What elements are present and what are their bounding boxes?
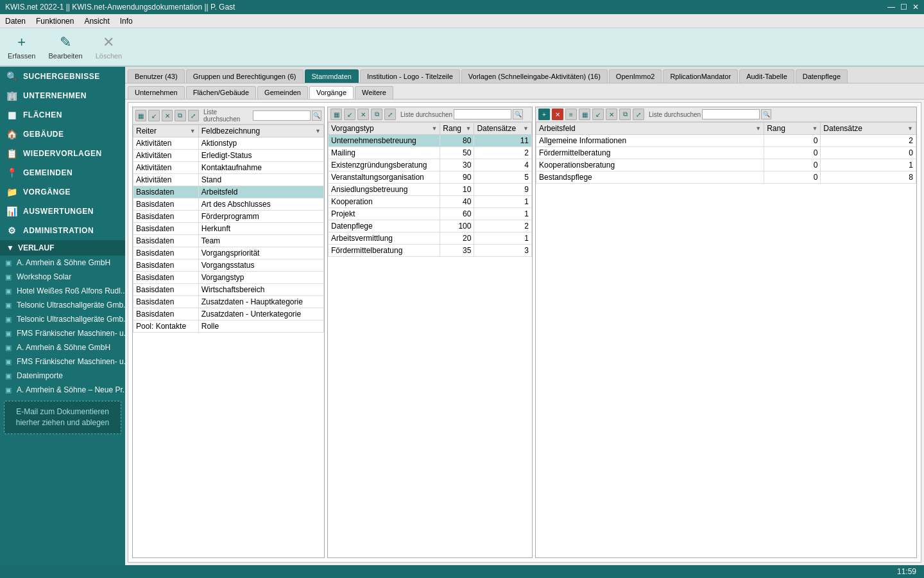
sub-tab-gemeinden[interactable]: Gemeinden bbox=[257, 86, 308, 99]
minimize-button[interactable]: — bbox=[887, 3, 895, 12]
panel3-btn3[interactable]: ≡ bbox=[565, 109, 577, 120]
verlauf-icon-1: ▣ bbox=[5, 273, 13, 281]
panel1-row-5[interactable]: BasisdatenArt des Abschlusses bbox=[133, 198, 324, 211]
sidebar-item-unternehmen[interactable]: 🏢UNTERNEHMEN bbox=[0, 86, 125, 105]
verlauf-item-7[interactable]: ▣FMS Fränkischer Maschinen- u... bbox=[0, 355, 125, 369]
panel2-row-3[interactable]: Veranstaltungsorganisation905 bbox=[329, 171, 532, 184]
panel2-row-9[interactable]: Fördermittelberatung353 bbox=[329, 245, 532, 257]
panel1-row-11[interactable]: BasisdatenVorgangstyp bbox=[133, 272, 324, 284]
sidebar-item-gemeinden[interactable]: 📍GEMEINDEN bbox=[0, 163, 125, 182]
verlauf-item-2[interactable]: ▣Hotel Weißes Roß Alfons Rudl... bbox=[0, 284, 125, 298]
panel1-row-4[interactable]: BasisdatenArbeitsfeld bbox=[133, 186, 324, 198]
panel1-row-8[interactable]: BasisdatenTeam bbox=[133, 235, 324, 247]
maximize-button[interactable]: ☐ bbox=[900, 3, 907, 12]
panel2-row-0[interactable]: Unternehmensbetreuung8011 bbox=[329, 135, 532, 147]
panel1-btn4[interactable]: ⧉ bbox=[175, 110, 185, 121]
sidebar-item-wiedervorlagen[interactable]: 📋WIEDERVORLAGEN bbox=[0, 144, 125, 163]
panel2-search-input[interactable] bbox=[454, 109, 511, 119]
loeschen-button[interactable]: ✕ Löschen bbox=[96, 34, 123, 60]
panel2-btn3[interactable]: ✕ bbox=[357, 109, 369, 120]
close-button[interactable]: ✕ bbox=[912, 3, 919, 12]
panel3-btn5[interactable]: ↙ bbox=[592, 109, 604, 120]
panel1-row-0[interactable]: AktivitätenAktionstyp bbox=[133, 137, 324, 150]
top-tab-datenpflege[interactable]: Datenpflege bbox=[796, 69, 848, 83]
panel1-search-button[interactable]: 🔍 bbox=[312, 110, 321, 121]
panel1-row-13[interactable]: BasisdatenZusatzdaten - Hauptkategorie bbox=[133, 296, 324, 308]
panel2-row-6[interactable]: Projekt601 bbox=[329, 208, 532, 220]
sidebar-item-suchergebnisse[interactable]: 🔍SUCHERGEBNISSE bbox=[0, 67, 125, 86]
panel1-btn5[interactable]: ⤢ bbox=[188, 110, 199, 121]
verlauf-item-6[interactable]: ▣A. Amrhein & Söhne GmbH bbox=[0, 340, 125, 355]
panel1-row-12[interactable]: BasisdatenWirtschaftsbereich bbox=[133, 284, 324, 296]
sub-tab-flaechen-gebaeude[interactable]: Flächen/Gebäude bbox=[186, 86, 256, 99]
panel2-row-5[interactable]: Kooperation401 bbox=[329, 196, 532, 208]
top-tab-rplication[interactable]: RplicationMandator bbox=[663, 69, 738, 83]
panel3-add-btn[interactable]: + bbox=[538, 109, 550, 120]
panel1-row-14[interactable]: BasisdatenZusatzdaten - Unterkategorie bbox=[133, 308, 324, 320]
sub-tab-weitere[interactable]: Weitere bbox=[355, 86, 393, 99]
sidebar-item-flaechen[interactable]: ▦FLÄCHEN bbox=[0, 105, 125, 125]
top-tab-gruppen[interactable]: Gruppen und Berechtigungen (6) bbox=[186, 69, 304, 83]
panel2-row-8[interactable]: Arbeitsvermittlung201 bbox=[329, 232, 532, 245]
email-drop-area[interactable]: E-Mail zum Dokumentierenhierher ziehen u… bbox=[4, 401, 121, 434]
menu-item-info[interactable]: Info bbox=[120, 17, 133, 26]
panel1-btn1[interactable]: ▦ bbox=[135, 110, 146, 121]
panel1-row-10[interactable]: BasisdatenVorgangsstatus bbox=[133, 259, 324, 272]
panel2-row-1[interactable]: Mailing502 bbox=[329, 147, 532, 159]
panel3-search-input[interactable] bbox=[702, 109, 760, 119]
panel1-row-9[interactable]: BasisdatenVorgangspriorität bbox=[133, 247, 324, 259]
panel1-row-2[interactable]: AktivitätenKontaktaufnahme bbox=[133, 162, 324, 174]
panel2-btn5[interactable]: ⤢ bbox=[384, 109, 396, 120]
verlauf-item-5[interactable]: ▣FMS Fränkischer Maschinen- u... bbox=[0, 326, 125, 340]
panel1-row-1[interactable]: AktivitätenErledigt-Status bbox=[133, 150, 324, 162]
panel1-search-input[interactable] bbox=[253, 110, 311, 121]
panel3-del-btn[interactable]: ✕ bbox=[552, 109, 563, 120]
panel2-row-2[interactable]: Existenzgründungsberatung304 bbox=[329, 159, 532, 171]
top-tab-openimmo[interactable]: OpenImmo2 bbox=[609, 69, 662, 83]
sidebar-item-administration[interactable]: ⚙ADMINISTRATION bbox=[0, 221, 125, 240]
sub-tab-vorgaenge[interactable]: Vorgänge bbox=[309, 86, 354, 99]
panel3-search-button[interactable]: 🔍 bbox=[761, 109, 771, 119]
sidebar-item-gebaeude[interactable]: 🏠GEBÄUDE bbox=[0, 125, 125, 144]
panel1-btn3[interactable]: ✕ bbox=[162, 110, 173, 121]
verlauf-item-1[interactable]: ▣Workshop Solar bbox=[0, 270, 125, 284]
verlauf-item-4[interactable]: ▣Telsonic Ultraschallgeräte Gmb... bbox=[0, 312, 125, 326]
panel3-btn7[interactable]: ⧉ bbox=[619, 109, 631, 120]
sidebar-item-vorgaenge[interactable]: 📁VORGÄNGE bbox=[0, 182, 125, 202]
panel2-btn2[interactable]: ↙ bbox=[344, 109, 355, 120]
verlauf-item-9[interactable]: ▣A. Amrhein & Söhne – Neue Pr... bbox=[0, 383, 125, 397]
sub-tab-unternehmen[interactable]: Unternehmen bbox=[128, 86, 185, 99]
erfassen-button[interactable]: + Erfassen bbox=[8, 34, 35, 60]
verlauf-item-0[interactable]: ▣A. Amrhein & Söhne GmbH bbox=[0, 256, 125, 270]
panel2-search-button[interactable]: 🔍 bbox=[513, 109, 523, 119]
panel3-row-3[interactable]: Bestandspflege08 bbox=[536, 171, 916, 184]
verlauf-item-8[interactable]: ▣Datenimporte bbox=[0, 369, 125, 383]
panel2-row-4[interactable]: Ansiedlungsbetreuung109 bbox=[329, 184, 532, 196]
top-tab-vorlagen[interactable]: Vorlagen (Schnelleingabe-Aktivitäten) (1… bbox=[461, 69, 608, 83]
top-tab-audit[interactable]: Audit-Tabelle bbox=[739, 69, 794, 83]
top-tab-stammdaten[interactable]: Stammdaten bbox=[305, 69, 359, 83]
panel1-row-3[interactable]: AktivitätenStand bbox=[133, 174, 324, 186]
bearbeiten-button[interactable]: ✎ Bearbeiten bbox=[48, 34, 82, 60]
panel2-btn4[interactable]: ⧉ bbox=[371, 109, 382, 120]
sidebar-item-auswertungen[interactable]: 📊AUSWERTUNGEN bbox=[0, 202, 125, 221]
panel3-row-1[interactable]: Fördermittelberatung00 bbox=[536, 147, 916, 159]
panel1-table-container: Reiter▼ Feldbezeichnung▼ AktivitätenAkti… bbox=[133, 125, 324, 557]
panel2-btn1[interactable]: ▦ bbox=[330, 109, 342, 120]
panel1-row-7[interactable]: BasisdatenHerkunft bbox=[133, 223, 324, 235]
panel3-row-0[interactable]: Allgemeine Informationen02 bbox=[536, 135, 916, 147]
panel1-btn2[interactable]: ↙ bbox=[148, 110, 159, 121]
menu-item-funktionen[interactable]: Funktionen bbox=[36, 17, 74, 26]
panel2-row-7[interactable]: Datenpflege1002 bbox=[329, 220, 532, 232]
panel1-row-6[interactable]: BasisdatenFörderprogramm bbox=[133, 211, 324, 223]
top-tab-institution[interactable]: Institution - Logo - Titelzeile bbox=[360, 69, 460, 83]
panel3-btn6[interactable]: ✕ bbox=[606, 109, 617, 120]
panel3-row-2[interactable]: Kooperationsberatung01 bbox=[536, 159, 916, 171]
panel3-btn4[interactable]: ▦ bbox=[579, 109, 590, 120]
panel1-row-15[interactable]: Pool: KontakteRolle bbox=[133, 320, 324, 333]
top-tab-benutzer[interactable]: Benutzer (43) bbox=[128, 69, 185, 83]
menu-item-daten[interactable]: Daten bbox=[5, 17, 26, 26]
verlauf-item-3[interactable]: ▣Telsonic Ultraschallgeräte Gmb... bbox=[0, 298, 125, 312]
panel3-btn8[interactable]: ⤢ bbox=[633, 109, 644, 120]
menu-item-ansicht[interactable]: Ansicht bbox=[84, 17, 109, 26]
